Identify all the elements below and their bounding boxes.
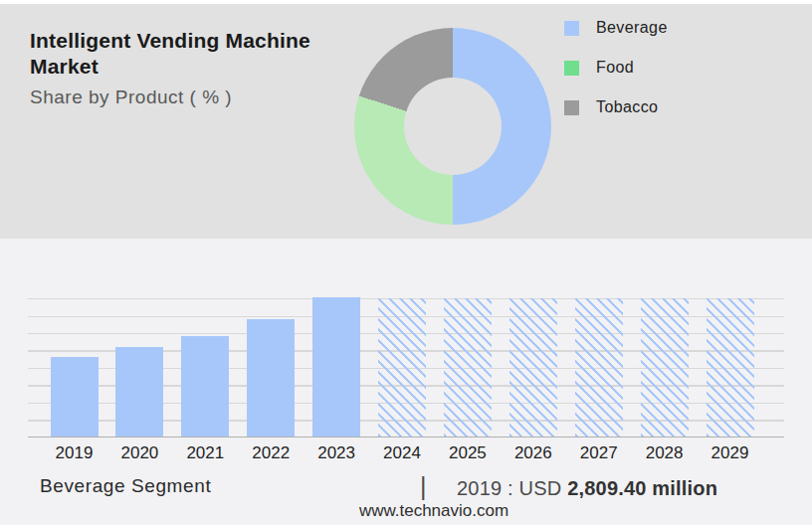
x-axis-label-2021: 2021 <box>173 443 237 463</box>
bar-chart-plot <box>28 298 784 438</box>
donut-hole <box>404 78 502 175</box>
footer-value: 2019 : USD 2,809.40 million <box>457 477 717 500</box>
donut-legend: Beverage Food Tobacco <box>564 20 668 115</box>
legend-item-food: Food <box>564 60 668 76</box>
x-axis-label-2023: 2023 <box>304 443 368 463</box>
x-axis-label-2029: 2029 <box>699 443 762 463</box>
bar-chart-x-axis-labels: 2019202020212022202320242025202620272028… <box>28 443 784 463</box>
bar-2023 <box>312 297 360 437</box>
x-axis-label-2024: 2024 <box>370 443 434 463</box>
footer-separator: | <box>420 472 427 501</box>
bar-2027-forecast <box>575 298 623 437</box>
bar-2020 <box>115 347 163 437</box>
bar-2025-forecast <box>444 298 492 437</box>
x-axis-label-2025: 2025 <box>436 443 500 463</box>
tobacco-swatch-icon <box>564 100 579 115</box>
bar-2021 <box>181 336 229 437</box>
value-prefix: 2019 : USD <box>457 477 561 499</box>
legend-item-beverage: Beverage <box>564 20 668 36</box>
food-swatch-icon <box>564 61 579 76</box>
infographic-canvas: Intelligent Vending Machine Market Share… <box>0 0 812 525</box>
x-axis-label-2027: 2027 <box>567 443 631 463</box>
x-axis-label-2026: 2026 <box>502 443 565 463</box>
beverage-swatch-icon <box>564 21 579 36</box>
chart-subtitle: Share by Product ( % ) <box>30 87 358 108</box>
x-axis-label-2022: 2022 <box>239 443 303 463</box>
value-amount: 2,809.40 million <box>567 477 717 499</box>
title-block: Intelligent Vending Machine Market Share… <box>30 28 358 108</box>
legend-item-tobacco: Tobacco <box>564 99 668 115</box>
legend-label: Beverage <box>596 19 668 37</box>
bar-2029-forecast <box>707 298 754 437</box>
bar-2028-forecast <box>641 298 689 437</box>
legend-label: Tobacco <box>596 98 658 116</box>
bar-2024-forecast <box>378 298 426 437</box>
bar-2019 <box>51 357 99 437</box>
website-url: www.technavio.com <box>0 501 812 521</box>
bar-2022 <box>247 319 295 437</box>
x-axis-label-2028: 2028 <box>633 443 697 463</box>
page-title: Intelligent Vending Machine Market <box>30 28 358 80</box>
x-axis-label-2020: 2020 <box>107 443 171 463</box>
bar-2026-forecast <box>509 298 557 437</box>
x-axis-label-2019: 2019 <box>43 443 106 463</box>
donut-chart <box>354 28 551 225</box>
header-panel: Intelligent Vending Machine Market Share… <box>0 4 812 239</box>
legend-label: Food <box>596 59 634 77</box>
segment-label: Beverage Segment <box>40 475 211 497</box>
